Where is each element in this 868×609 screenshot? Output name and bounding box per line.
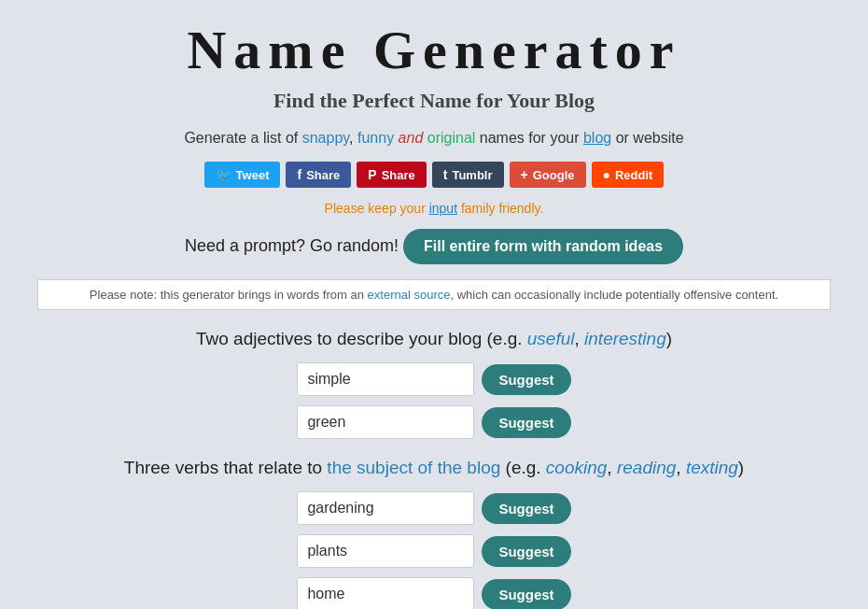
adjective-input-row-1: Suggest bbox=[37, 362, 831, 396]
adjectives-section: Two adjectives to describe your blog (e.… bbox=[37, 329, 831, 439]
facebook-share-button[interactable]: f Share bbox=[286, 162, 351, 188]
page-description: Generate a list of snappy, funny and ori… bbox=[37, 130, 831, 147]
verb-input-1[interactable] bbox=[297, 491, 474, 525]
reddit-share-button[interactable]: ● Reddit bbox=[592, 162, 665, 188]
external-source-notice: Please note: this generator brings in wo… bbox=[37, 279, 831, 310]
tweet-button[interactable]: 🐦 Tweet bbox=[204, 162, 281, 188]
pinterest-share-button[interactable]: P Share bbox=[357, 162, 426, 188]
verb-input-row-1: Suggest bbox=[37, 491, 831, 525]
verb-suggest-button-3[interactable]: Suggest bbox=[482, 579, 570, 610]
adjective-input-1[interactable] bbox=[297, 362, 474, 396]
reddit-icon: ● bbox=[603, 167, 610, 182]
verb-input-row-2: Suggest bbox=[37, 534, 831, 568]
prompt-text: Need a prompt? Go random! bbox=[185, 236, 399, 255]
tumblr-icon: t bbox=[443, 167, 448, 182]
prompt-row: Need a prompt? Go random! Fill entire fo… bbox=[37, 229, 831, 264]
page-title: Name Generator bbox=[37, 19, 831, 81]
adjective-input-row-2: Suggest bbox=[37, 405, 831, 439]
verb-suggest-button-2[interactable]: Suggest bbox=[482, 536, 570, 567]
twitter-icon: 🐦 bbox=[216, 167, 231, 182]
verb-suggest-button-1[interactable]: Suggest bbox=[482, 493, 570, 524]
pinterest-icon: P bbox=[368, 167, 376, 182]
verbs-label: Three verbs that relate to the subject o… bbox=[37, 458, 831, 478]
facebook-icon: f bbox=[297, 167, 301, 182]
social-buttons-row: 🐦 Tweet f Share P Share t Tumblr + Googl… bbox=[37, 162, 831, 188]
page-subtitle: Find the Perfect Name for Your Blog bbox=[37, 89, 831, 113]
adjectives-label: Two adjectives to describe your blog (e.… bbox=[37, 329, 831, 349]
verb-input-row-3: Suggest bbox=[37, 577, 831, 609]
google-share-button[interactable]: + Google bbox=[510, 162, 586, 188]
verbs-section: Three verbs that relate to the subject o… bbox=[37, 458, 831, 609]
family-friendly-notice: Please keep your input family friendly. bbox=[37, 201, 831, 216]
adjective-suggest-button-2[interactable]: Suggest bbox=[482, 407, 570, 438]
tumblr-share-button[interactable]: t Tumblr bbox=[432, 162, 504, 188]
adjective-suggest-button-1[interactable]: Suggest bbox=[482, 364, 570, 395]
google-plus-icon: + bbox=[521, 167, 528, 182]
random-fill-button[interactable]: Fill entire form with random ideas bbox=[403, 229, 683, 264]
verb-input-2[interactable] bbox=[297, 534, 474, 568]
verb-input-3[interactable] bbox=[297, 577, 474, 609]
adjective-input-2[interactable] bbox=[297, 405, 474, 439]
